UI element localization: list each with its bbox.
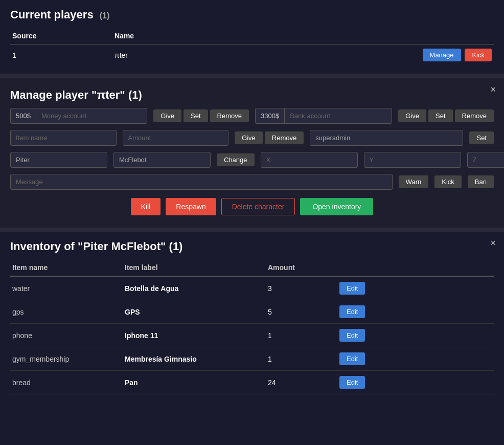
- player-row: 1 πter Manage Kick: [10, 44, 494, 66]
- inv-item-label: Botella de Agua: [123, 276, 266, 300]
- current-players-title: Current players (1): [10, 8, 494, 21]
- respawn-button[interactable]: Respawn: [166, 198, 216, 215]
- col-actions: [205, 28, 494, 44]
- bank-give-button[interactable]: Give: [398, 109, 426, 122]
- inventory-table: Item name Item label Amount water Botell…: [10, 259, 494, 394]
- inventory-title: Inventory of "Piter McFlebot" (1): [10, 240, 494, 253]
- inv-item-amount: 3: [266, 276, 337, 300]
- item-group-row: Give Remove Set: [10, 130, 494, 146]
- bank-account-input[interactable]: [285, 108, 392, 123]
- bank-input-group: 3300$: [255, 108, 392, 124]
- player-name: πter: [112, 44, 205, 66]
- group-input[interactable]: [310, 130, 463, 146]
- bank-remove-button[interactable]: Remove: [455, 109, 494, 122]
- item-name-input[interactable]: [10, 130, 117, 146]
- current-players-title-text: Current players: [10, 8, 94, 21]
- kill-button[interactable]: Kill: [131, 198, 161, 215]
- inv-item-amount: 1: [266, 324, 337, 347]
- money-input-group: 500$: [10, 108, 147, 124]
- group-set-button[interactable]: Set: [469, 131, 494, 144]
- inventory-row: bread Pan 24 Edit: [10, 371, 494, 394]
- inv-col-amount: Amount: [266, 259, 337, 276]
- inv-item-label: GPS: [123, 300, 266, 324]
- bank-prefix: 3300$: [256, 108, 285, 123]
- action-buttons-row: Kill Respawn Delete character Open inven…: [10, 190, 494, 217]
- col-source: Source: [10, 28, 112, 44]
- inventory-row: gps GPS 5 Edit: [10, 300, 494, 324]
- inventory-title-text: Inventory of "Piter McFlebot" (1): [10, 240, 182, 253]
- message-input[interactable]: [10, 174, 393, 190]
- inv-item-name: bread: [10, 371, 123, 394]
- col-name: Name: [112, 28, 205, 44]
- inventory-section: Inventory of "Piter McFlebot" (1) × Item…: [0, 232, 504, 403]
- money-account-input[interactable]: [36, 108, 147, 123]
- inv-col-action: [337, 259, 494, 276]
- open-inventory-button[interactable]: Open inventory: [300, 198, 373, 215]
- inv-item-edit-cell: Edit: [337, 276, 494, 300]
- item-give-button[interactable]: Give: [235, 131, 263, 144]
- inventory-row: gym_membership Membresía Gimnasio 1 Edit: [10, 347, 494, 371]
- inv-col-label: Item label: [123, 259, 266, 276]
- inv-item-amount: 1: [266, 347, 337, 371]
- change-name-button[interactable]: Change: [217, 153, 255, 166]
- inv-item-name: gps: [10, 300, 123, 324]
- inv-item-name: gym_membership: [10, 347, 123, 371]
- manage-button[interactable]: Manage: [423, 49, 461, 61]
- inventory-close-button[interactable]: ×: [490, 238, 496, 249]
- manage-panel-title-text: Manage player "πter" (1): [10, 88, 142, 101]
- inv-item-name: water: [10, 276, 123, 300]
- inv-item-amount: 24: [266, 371, 337, 394]
- manage-grid: 500$ Give Set Remove 3300$ Give Set Remo…: [10, 108, 494, 190]
- inv-item-edit-cell: Edit: [337, 371, 494, 394]
- inv-item-label: Iphone 11: [123, 324, 266, 347]
- money-prefix: 500$: [11, 108, 36, 123]
- current-players-section: Current players (1) Source Name 1 πter M…: [0, 0, 504, 74]
- divider-1: [0, 74, 504, 78]
- manage-close-button[interactable]: ×: [490, 84, 496, 95]
- item-amount-input[interactable]: [123, 130, 229, 146]
- message-row: Warn Kick Ban: [10, 174, 494, 190]
- inv-item-label: Pan: [123, 371, 266, 394]
- inv-edit-button[interactable]: Edit: [339, 329, 365, 342]
- warn-button[interactable]: Warn: [399, 175, 429, 188]
- inv-edit-button[interactable]: Edit: [339, 352, 365, 365]
- money-set-button[interactable]: Set: [184, 109, 208, 122]
- money-btn-group: Give Set Remove: [153, 109, 249, 122]
- inventory-row: water Botella de Agua 3 Edit: [10, 276, 494, 300]
- x-input[interactable]: [261, 152, 358, 168]
- inv-edit-button[interactable]: Edit: [339, 282, 365, 295]
- money-bank-row: 500$ Give Set Remove 3300$ Give Set Remo…: [10, 108, 494, 124]
- z-input[interactable]: [467, 152, 504, 168]
- firstname-input[interactable]: [10, 152, 107, 168]
- y-input[interactable]: [364, 152, 461, 168]
- inv-col-name: Item name: [10, 259, 123, 276]
- money-give-button[interactable]: Give: [153, 109, 181, 122]
- kick-manage-button[interactable]: Kick: [434, 175, 462, 188]
- item-btn-group: Give Remove: [235, 131, 304, 144]
- player-actions: Manage Kick: [205, 44, 494, 66]
- lastname-input[interactable]: [113, 152, 211, 168]
- bank-set-button[interactable]: Set: [428, 109, 453, 122]
- manage-player-panel: Manage player "πter" (1) × 500$ Give Set…: [0, 78, 504, 228]
- divider-2: [0, 228, 504, 232]
- ban-button[interactable]: Ban: [468, 175, 494, 188]
- inv-item-edit-cell: Edit: [337, 324, 494, 347]
- players-table: Source Name 1 πter Manage Kick: [10, 28, 494, 65]
- kick-player-button[interactable]: Kick: [465, 49, 492, 61]
- current-players-count: (1): [100, 11, 110, 20]
- inv-item-edit-cell: Edit: [337, 347, 494, 371]
- item-remove-button[interactable]: Remove: [265, 131, 304, 144]
- money-remove-button[interactable]: Remove: [210, 109, 249, 122]
- manage-panel-title: Manage player "πter" (1): [10, 88, 494, 102]
- bank-btn-group: Give Set Remove: [398, 109, 494, 122]
- inv-edit-button[interactable]: Edit: [339, 376, 365, 389]
- inventory-row: phone Iphone 11 1 Edit: [10, 324, 494, 347]
- player-source: 1: [10, 44, 112, 66]
- inv-edit-button[interactable]: Edit: [339, 305, 365, 318]
- inv-item-amount: 5: [266, 300, 337, 324]
- inv-item-name: phone: [10, 324, 123, 347]
- inv-item-label: Membresía Gimnasio: [123, 347, 266, 371]
- name-teleport-row: Change Teleport: [10, 152, 494, 168]
- inv-item-edit-cell: Edit: [337, 300, 494, 324]
- delete-character-button[interactable]: Delete character: [221, 198, 295, 215]
